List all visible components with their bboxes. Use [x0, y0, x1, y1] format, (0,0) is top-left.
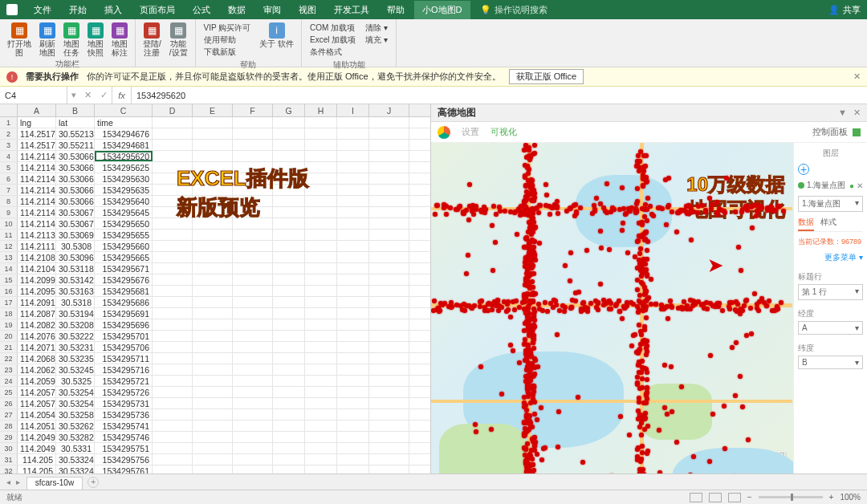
cond-format-link[interactable]: 条件格式	[310, 47, 356, 58]
about-button[interactable]: i 关于 软件	[257, 21, 296, 50]
add-sheet-button[interactable]: +	[88, 477, 99, 488]
name-box[interactable]: C4	[0, 87, 67, 104]
zoom-level[interactable]: 100%	[840, 493, 861, 502]
table-row[interactable]: 7114.211430.530661534295635	[0, 185, 430, 196]
table-row[interactable]: 15114.209930.531421534295676	[0, 274, 430, 286]
ribbon-tab-1[interactable]: 开始	[61, 1, 95, 19]
table-row[interactable]: 25114.205730.532541534295726	[0, 387, 430, 398]
fill-link[interactable]: 填充	[365, 35, 381, 44]
table-row[interactable]: 27114.205430.532581534295736	[0, 409, 430, 421]
col-header[interactable]: E	[193, 104, 233, 116]
table-row[interactable]: 32114.20530.533241534295761	[0, 465, 430, 474]
table-row[interactable]: 21114.207130.532311534295706	[0, 342, 430, 353]
col-header[interactable]: C	[95, 104, 153, 116]
table-row[interactable]: 28114.205130.532621534295741	[0, 421, 430, 432]
ribbon-tab-5[interactable]: 数据	[220, 1, 254, 19]
ribbon-tab-9[interactable]: 帮助	[379, 1, 413, 19]
data-subtab[interactable]: 数据	[798, 217, 814, 231]
sheet-tab[interactable]: sfcars-10w	[26, 477, 83, 490]
table-row[interactable]: 2114.251730.552131534294676	[0, 128, 430, 140]
col-header[interactable]: F	[233, 104, 273, 116]
ribbon-button[interactable]: ▦地图快照	[85, 21, 106, 59]
usage-help-link[interactable]: 使用帮助	[204, 35, 251, 46]
table-row[interactable]: 19114.208230.532081534295696	[0, 319, 430, 331]
layer-item[interactable]: 1.海量点图●✕	[798, 180, 863, 191]
col-header[interactable]: J	[369, 104, 409, 116]
table-row[interactable]: 1lnglattime	[0, 117, 430, 128]
col-header[interactable]: A	[18, 104, 56, 116]
table-row[interactable]: 17114.209130.53181534295686	[0, 297, 430, 308]
style-subtab[interactable]: 样式	[820, 217, 836, 231]
select-all-corner[interactable]	[0, 104, 18, 116]
ribbon-button[interactable]: ▦地图标注	[109, 21, 130, 59]
zoom-out-button[interactable]: −	[747, 493, 752, 502]
close-icon[interactable]: ✕	[853, 71, 861, 82]
page-layout-button[interactable]	[709, 493, 722, 502]
table-row[interactable]: 3114.251730.552111534294681	[0, 140, 430, 151]
table-row[interactable]: 20114.207630.532221534295701	[0, 331, 430, 342]
table-row[interactable]: 13114.210830.530961534295665	[0, 252, 430, 263]
zoom-slider[interactable]	[759, 496, 823, 498]
panel-close-icon[interactable]: ✕	[853, 108, 861, 118]
col-header[interactable]: I	[337, 104, 369, 116]
ribbon-tab-4[interactable]: 公式	[185, 1, 218, 19]
table-row[interactable]: 11114.211330.530691534295655	[0, 230, 430, 241]
sheet-nav-icons[interactable]: ◂ ▸	[6, 478, 22, 486]
help-search[interactable]: 💡 操作说明搜索	[480, 4, 547, 16]
excel-addin-link[interactable]: Excel 加载项	[310, 35, 356, 46]
table-row[interactable]: 24114.205930.53251534295721	[0, 376, 430, 387]
table-row[interactable]: 16114.209530.531631534295681	[0, 286, 430, 297]
normal-view-button[interactable]	[690, 493, 702, 502]
col-header[interactable]: B	[56, 104, 95, 116]
buy-vip-link[interactable]: VIP 购买许可	[204, 22, 251, 34]
page-break-button[interactable]	[728, 493, 741, 502]
ribbon-button[interactable]: ▦打开地图	[5, 21, 34, 59]
ribbon-tab-6[interactable]: 审阅	[255, 1, 289, 19]
ribbon-tab-2[interactable]: 插入	[96, 1, 130, 19]
table-row[interactable]: 8114.211430.530661534295640	[0, 196, 430, 207]
table-row[interactable]: 5114.211430.530661534295625	[0, 162, 430, 173]
ribbon-button[interactable]: ▦登陆/注册	[140, 21, 164, 59]
table-row[interactable]: 18114.208730.531941534295691	[0, 308, 430, 319]
table-row[interactable]: 22114.206830.532351534295711	[0, 353, 430, 364]
table-row[interactable]: 6114.211430.530661534295630	[0, 173, 430, 185]
ribbon-tab-0[interactable]: 文件	[26, 1, 59, 19]
table-row[interactable]: 29114.204930.532821534295746	[0, 432, 430, 443]
table-row[interactable]: 9114.211430.530671534295645	[0, 207, 430, 218]
ribbon-tab-8[interactable]: 开发工具	[326, 1, 377, 19]
col-header[interactable]: D	[153, 104, 193, 116]
more-menu[interactable]: 更多菜单 ▾	[798, 252, 863, 263]
formula-input[interactable]: 1534295620	[132, 87, 867, 104]
clear-link[interactable]: 清除	[365, 23, 381, 32]
table-row[interactable]: 23114.206230.532451534295716	[0, 364, 430, 376]
table-row[interactable]: 12114.211130.53081534295660	[0, 241, 430, 252]
com-addin-link[interactable]: COM 加载项	[310, 22, 356, 34]
col-header[interactable]: H	[305, 104, 337, 116]
sheet-rows[interactable]: EXCEL插件版 新版预览 1lnglattime2114.251730.552…	[0, 117, 430, 474]
share-button[interactable]: 👤 共享	[828, 4, 861, 16]
table-row[interactable]: 4114.211430.530661534295620	[0, 151, 430, 162]
table-row[interactable]: 26114.205730.532541534295731	[0, 398, 430, 409]
lat-select[interactable]: B▾	[798, 356, 863, 369]
ribbon-tab-10[interactable]: 小O地图D	[414, 1, 470, 19]
col-header[interactable]: G	[273, 104, 305, 116]
layer-select[interactable]: 1.海量点图▾	[798, 196, 863, 212]
settings-tab[interactable]: 设置	[462, 126, 479, 138]
table-row[interactable]: 31114.20530.533241534295756	[0, 454, 430, 465]
table-row[interactable]: 10114.211430.530671534295650	[0, 218, 430, 230]
map-canvas[interactable]: 10万级数据 地图可视化 ➤ ◐ 小O地图	[431, 143, 793, 474]
ribbon-tab-3[interactable]: 页面布局	[132, 1, 183, 19]
panel-toggle-icon[interactable]	[853, 128, 861, 136]
fx-icon[interactable]: fx	[112, 87, 132, 104]
ribbon-button[interactable]: ▦刷新地图	[37, 21, 58, 59]
ribbon-button[interactable]: ▦地图任务	[61, 21, 82, 59]
download-link[interactable]: 下载新版	[204, 47, 251, 58]
viz-tab[interactable]: 可视化	[490, 126, 517, 138]
table-row[interactable]: 30114.204930.53311534295751	[0, 443, 430, 454]
panel-dropdown-icon[interactable]: ▼	[838, 108, 847, 118]
ribbon-button[interactable]: ▦功能/设置	[167, 21, 190, 59]
get-genuine-button[interactable]: 获取正版 Office	[509, 69, 584, 84]
ribbon-tab-7[interactable]: 视图	[291, 1, 324, 19]
zoom-in-button[interactable]: +	[829, 493, 834, 502]
lng-select[interactable]: A▾	[798, 321, 863, 335]
